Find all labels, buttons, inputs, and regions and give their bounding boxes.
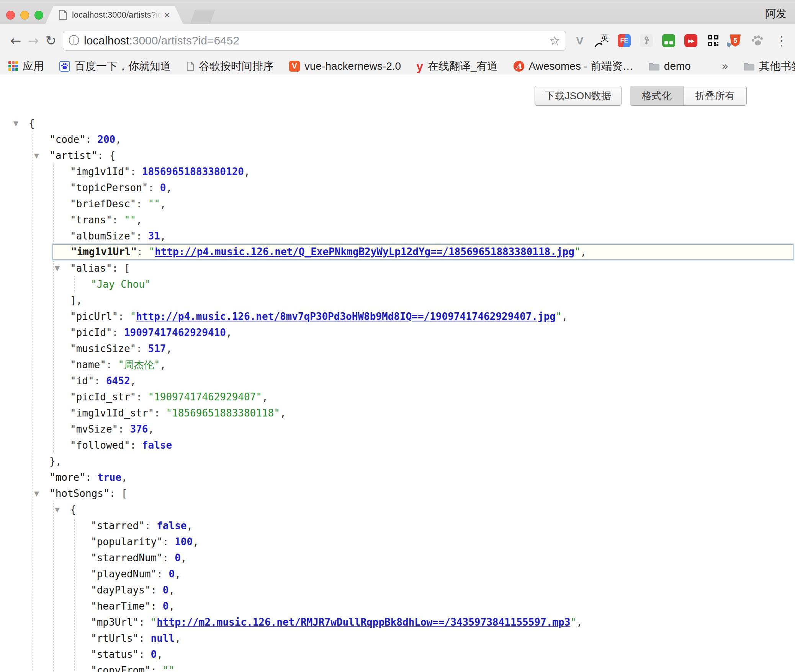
bookmark-apps[interactable]: 应用	[8, 59, 44, 74]
format-button[interactable]: 格式化	[630, 86, 683, 105]
url-text[interactable]: localhost:3000/artists?id=6452	[84, 34, 545, 47]
forward-button: →	[25, 33, 42, 48]
json-key: "mp3Url"	[91, 616, 139, 628]
json-separator: :	[112, 327, 124, 338]
json-line: "Jay Chou"	[0, 276, 795, 292]
profile-name[interactable]: 阿发	[765, 7, 787, 21]
json-line: },	[0, 453, 795, 469]
other-bookmarks-folder[interactable]: 其他书签	[744, 59, 795, 74]
qrcode-icon[interactable]	[706, 34, 720, 48]
json-separator: :	[145, 520, 157, 531]
extension-icons: V 英 FE ▶▶	[573, 33, 788, 48]
address-bar[interactable]: ⓘ localhost:3000/artists?id=6452 ☆	[63, 31, 566, 51]
json-string-value: "19097417462929407"	[148, 391, 262, 403]
json-bracket: [	[121, 488, 128, 499]
json-number-value: 0	[160, 182, 166, 193]
json-key: "picId_str"	[70, 391, 136, 403]
json-line: ▼"artist": {	[0, 148, 795, 164]
json-string-value: ""	[124, 214, 136, 226]
json-key: "popularity"	[91, 536, 163, 547]
vue-devtools-icon[interactable]: V	[573, 34, 587, 48]
json-line: "topicPerson": 0,	[0, 180, 795, 196]
json-separator: :	[106, 359, 118, 370]
collapse-toggle-icon[interactable]: ▼	[55, 260, 70, 276]
json-line: "hearTime": 0,	[0, 598, 795, 614]
json-null-value: null	[151, 633, 175, 644]
json-string-value: "18569651883380118"	[166, 407, 280, 419]
translate-icon[interactable]: 英	[595, 34, 609, 48]
json-bracket: [	[124, 262, 130, 274]
json-line: ▼{	[0, 115, 795, 131]
json-number-value: 200	[97, 134, 115, 145]
html5-icon[interactable]: 5	[728, 34, 742, 48]
awesomes-icon: A	[514, 61, 524, 72]
json-line: "albumSize": 31,	[0, 228, 795, 244]
youdao-icon: y	[416, 60, 423, 72]
json-comma: ,	[175, 633, 181, 644]
json-key: "picUrl"	[70, 311, 118, 322]
url-host: localhost	[84, 34, 129, 47]
json-line: "mvSize": 376,	[0, 421, 795, 437]
collapse-toggle-icon[interactable]: ▼	[55, 502, 70, 518]
zoom-window-button[interactable]	[34, 11, 43, 20]
json-separator: :	[151, 584, 163, 596]
json-separator: :	[97, 150, 109, 161]
json-line: "code": 200,	[0, 131, 795, 148]
json-string-value: ""	[148, 198, 160, 210]
tab-close-icon[interactable]: ×	[164, 10, 170, 20]
json-number-value: 0	[163, 600, 169, 612]
json-quote: "	[574, 246, 581, 257]
json-link-value[interactable]: http://m2.music.126.net/RMJR7wDullRqppBk…	[157, 616, 570, 628]
bookmark-folder-demo[interactable]: demo	[649, 60, 691, 72]
collapse-toggle-icon[interactable]: ▼	[34, 485, 49, 502]
json-line: "starred": false,	[0, 518, 795, 534]
window-controls	[6, 11, 43, 20]
bookmarks-bar: 应用 百度一下，你就知道 谷歌按时间排序 V vue-hackernews-2.…	[0, 57, 795, 75]
json-quote: "	[149, 246, 155, 257]
json-separator: :	[130, 166, 142, 177]
json-comma: ,	[280, 407, 286, 419]
json-line: "mp3Url": "http://m2.music.126.net/RMJR7…	[0, 614, 795, 630]
json-line: "picId_str": "19097417462929407",	[0, 389, 795, 405]
site-info-icon[interactable]: ⓘ	[69, 33, 79, 48]
json-comma: ,	[175, 665, 181, 672]
json-comma: ,	[115, 134, 121, 145]
video-player-icon[interactable]: ▶▶	[684, 34, 698, 48]
minimize-window-button[interactable]	[20, 11, 29, 20]
json-separator: :	[118, 311, 130, 322]
collapse-toggle-icon[interactable]: ▼	[13, 115, 29, 131]
json-key: "code"	[49, 134, 85, 145]
browser-menu-icon[interactable]: ⋮	[775, 33, 788, 48]
json-separator: :	[85, 134, 97, 145]
bookmarks-overflow-icon[interactable]: »	[721, 59, 728, 73]
tampermonkey-icon[interactable]	[662, 34, 676, 48]
bookmark-star-icon[interactable]: ☆	[549, 33, 560, 48]
reload-button[interactable]: ↻	[42, 33, 60, 48]
json-key: "mvSize"	[70, 423, 118, 435]
json-quote: "	[151, 616, 157, 628]
json-link-value[interactable]: http://p4.music.126.net/8mv7qP30Pd3oHW8b…	[136, 311, 556, 322]
json-number-value: 517	[148, 343, 166, 354]
json-comma: ,	[169, 600, 175, 612]
bookmark-google-sort[interactable]: 谷歌按时间排序	[186, 59, 274, 74]
json-comma: ,	[160, 230, 166, 242]
bookmark-baidu[interactable]: 百度一下，你就知道	[59, 59, 171, 74]
collapse-toggle-icon[interactable]: ▼	[34, 148, 49, 164]
json-comma: ,	[136, 214, 142, 226]
json-number-value: 31	[148, 230, 160, 242]
octotree-icon[interactable]	[640, 34, 653, 48]
bookmark-youdao[interactable]: y 在线翻译_有道	[416, 59, 498, 74]
back-button[interactable]: ←	[7, 33, 25, 48]
json-line: "rtUrls": null,	[0, 630, 795, 646]
close-window-button[interactable]	[6, 11, 15, 20]
json-link-value[interactable]: http://p4.music.126.net/Q_ExePNkmgB2yWyL…	[155, 246, 574, 257]
download-json-button[interactable]: 下载JSON数据	[535, 86, 622, 106]
bookmark-vue-hackernews[interactable]: V vue-hackernews-2.0	[289, 60, 401, 72]
fehelper-icon[interactable]: FE	[617, 34, 631, 48]
collapse-all-button[interactable]: 折叠所有	[683, 86, 746, 105]
paw-icon[interactable]	[751, 34, 764, 48]
json-comma: ,	[157, 649, 163, 660]
browser-tab[interactable]: localhost:3000/artists?id=645 ×	[45, 6, 183, 24]
bookmark-awesomes[interactable]: A Awesomes - 前端资…	[514, 59, 633, 74]
new-tab-button[interactable]	[190, 10, 215, 24]
